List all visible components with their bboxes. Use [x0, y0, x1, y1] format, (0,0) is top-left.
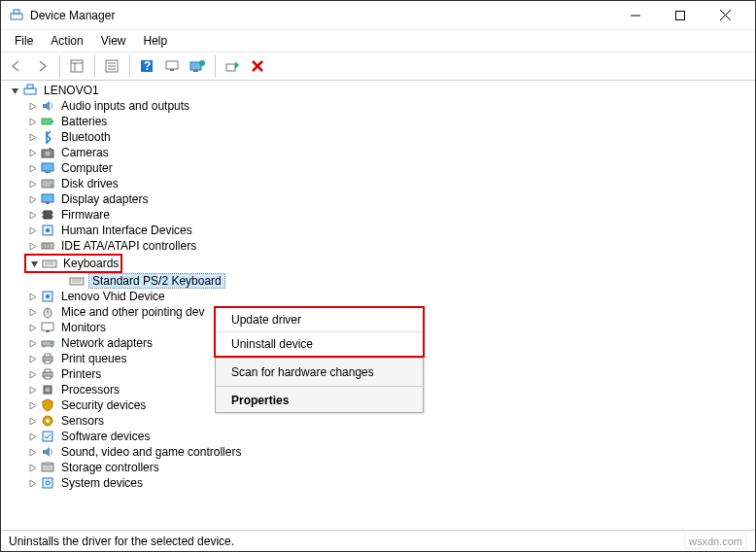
tree-node[interactable]: Cameras: [5, 145, 755, 160]
chevron-right-icon[interactable]: [26, 116, 38, 127]
chevron-right-icon[interactable]: [26, 240, 38, 252]
properties-button[interactable]: [100, 54, 123, 78]
tree-node-label: IDE ATA/ATAPI controllers: [59, 239, 198, 253]
separator: [216, 386, 423, 387]
ctx-update-driver[interactable]: Update driver: [216, 308, 423, 331]
tree-node[interactable]: Disk drives: [5, 176, 755, 191]
menu-view[interactable]: View: [93, 32, 134, 50]
tree-node[interactable]: Bluetooth: [5, 129, 755, 145]
separator: [216, 358, 423, 359]
maximize-button[interactable]: [658, 1, 703, 30]
tree-node[interactable]: System devices: [5, 475, 755, 491]
tree-node[interactable]: Standard PS/2 Keyboard: [5, 273, 755, 289]
tree-node[interactable]: Lenovo Vhid Device: [5, 289, 755, 304]
chevron-right-icon[interactable]: [26, 446, 38, 458]
chevron-right-icon[interactable]: [26, 322, 38, 333]
svg-rect-36: [44, 211, 52, 219]
chevron-right-icon[interactable]: [26, 291, 38, 302]
chevron-right-icon[interactable]: [26, 162, 38, 174]
tree-node[interactable]: Software devices: [5, 429, 755, 444]
chevron-right-icon[interactable]: [26, 462, 38, 473]
tree-node[interactable]: Display adapters: [5, 191, 755, 207]
tree-node-label: Network adapters: [59, 336, 155, 350]
device-tree[interactable]: LENOVO1Audio inputs and outputsBatteries…: [1, 81, 755, 530]
chevron-down-icon[interactable]: [28, 258, 40, 269]
menu-help[interactable]: Help: [136, 32, 176, 50]
mouse-icon: [40, 304, 55, 320]
tree-node[interactable]: Audio inputs and outputs: [5, 98, 755, 114]
chevron-right-icon[interactable]: [26, 368, 38, 380]
chevron-right-icon[interactable]: [26, 337, 38, 349]
svg-text:?: ?: [144, 59, 151, 73]
ctx-uninstall-device[interactable]: Uninstall device: [216, 331, 423, 356]
help-icon[interactable]: ?: [135, 54, 158, 78]
menu-action[interactable]: Action: [43, 32, 90, 50]
chevron-right-icon[interactable]: [26, 384, 38, 396]
chevron-right-icon[interactable]: [26, 306, 38, 318]
tree-node-label: System devices: [59, 476, 145, 490]
svg-point-72: [46, 419, 50, 423]
uninstall-device-button[interactable]: [246, 54, 269, 78]
menu-file[interactable]: File: [7, 32, 41, 50]
disk-icon: [40, 176, 55, 191]
tree-node[interactable]: LENOVO1: [5, 83, 755, 98]
menu-bar: File Action View Help: [1, 30, 755, 52]
back-button[interactable]: [5, 54, 28, 78]
tree-node-label: Sound, video and game controllers: [59, 445, 243, 459]
tree-node-label: Security devices: [59, 398, 148, 412]
chevron-right-icon[interactable]: [55, 275, 67, 287]
enable-device-button[interactable]: [221, 54, 244, 78]
chevron-right-icon[interactable]: [26, 224, 38, 236]
svg-rect-6: [71, 60, 83, 72]
tree-node[interactable]: Batteries: [5, 114, 755, 129]
chevron-right-icon[interactable]: [26, 100, 38, 112]
chip-icon: [40, 207, 55, 223]
chevron-right-icon[interactable]: [26, 209, 38, 221]
scan-hardware-button[interactable]: [160, 54, 184, 78]
keyboard-icon: [69, 273, 85, 289]
svg-point-42: [46, 228, 50, 232]
tree-node-label: Printers: [59, 367, 103, 381]
tree-node[interactable]: Storage controllers: [5, 460, 755, 475]
separator: [128, 54, 130, 78]
chevron-right-icon[interactable]: [26, 399, 38, 411]
speaker-icon: [40, 444, 55, 460]
tree-node[interactable]: Human Interface Devices: [5, 223, 755, 238]
toolbar: ?: [1, 52, 755, 81]
tree-node-label: Audio inputs and outputs: [59, 99, 191, 113]
svg-point-28: [46, 152, 51, 156]
tree-node[interactable]: Sound, video and game controllers: [5, 444, 755, 460]
svg-rect-57: [42, 323, 53, 330]
tree-node-label: Mice and other pointing dev: [59, 305, 206, 319]
chevron-down-icon[interactable]: [9, 85, 20, 96]
chevron-right-icon[interactable]: [26, 193, 38, 205]
chevron-right-icon[interactable]: [26, 178, 38, 190]
update-driver-button[interactable]: [186, 54, 209, 78]
chevron-right-icon[interactable]: [26, 353, 38, 364]
tree-node-label: Disk drives: [59, 177, 120, 190]
tree-node[interactable]: Firmware: [5, 207, 755, 223]
monitor-icon: [40, 320, 55, 335]
tree-node-label: Monitors: [59, 321, 108, 334]
show-hide-tree-button[interactable]: [65, 54, 88, 78]
forward-button[interactable]: [30, 54, 53, 78]
tree-node[interactable]: Sensors: [5, 413, 755, 429]
minimize-button[interactable]: [613, 1, 658, 30]
svg-rect-58: [46, 330, 50, 332]
svg-point-75: [42, 463, 53, 465]
chevron-right-icon[interactable]: [26, 415, 38, 427]
tree-node[interactable]: IDE ATA/ATAPI controllers: [5, 238, 755, 254]
close-button[interactable]: [703, 1, 747, 30]
svg-rect-64: [45, 354, 51, 357]
chevron-right-icon[interactable]: [26, 147, 38, 158]
svg-rect-29: [49, 148, 52, 150]
chevron-right-icon[interactable]: [26, 477, 38, 489]
tree-node-label: Bluetooth: [59, 130, 113, 144]
svg-point-62: [51, 342, 52, 344]
chevron-right-icon[interactable]: [26, 431, 38, 442]
ctx-scan-hardware[interactable]: Scan for hardware changes: [216, 361, 423, 384]
tree-node[interactable]: Computer: [5, 160, 755, 176]
tree-node[interactable]: Keyboards: [26, 256, 120, 271]
chevron-right-icon[interactable]: [26, 131, 38, 143]
ctx-properties[interactable]: Properties: [216, 389, 423, 412]
